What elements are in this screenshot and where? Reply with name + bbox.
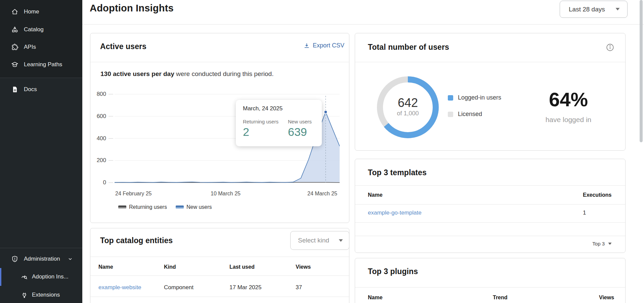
download-icon (303, 42, 310, 49)
caret-down-icon (339, 239, 343, 242)
table-divider (90, 275, 349, 276)
sidebar-item-learning-paths[interactable]: Learning Paths (0, 57, 82, 72)
card-title: Top catalog entities (100, 236, 173, 245)
select-kind-dropdown[interactable]: Select kind (290, 231, 349, 250)
card-title: Top 3 plugins (368, 267, 418, 276)
sidebar-item-extensions[interactable]: Extensions (0, 288, 82, 302)
sidebar-item-docs[interactable]: Docs (0, 82, 82, 97)
chart-legend: Returning users New users (118, 204, 212, 210)
top-catalog-entities-card: Top catalog entities Select kind Name Ki… (90, 228, 349, 303)
x-tick-start: 24 February 25 (115, 191, 152, 197)
home-icon (11, 8, 18, 15)
rows-per-page-label: Top 3 (592, 241, 605, 247)
legend-label: Licensed (458, 111, 482, 118)
date-range-select[interactable]: Last 28 days (560, 1, 628, 18)
licensed-swatch (448, 112, 453, 117)
card-header-divider (90, 257, 349, 257)
sidebar-item-adoption-insights[interactable]: Adoption Ins... (0, 269, 82, 284)
sidebar-divider (0, 78, 82, 78)
card-header-divider (355, 185, 625, 186)
logged-in-percent: 64% (524, 88, 613, 111)
legend-label: Returning users (129, 204, 167, 210)
card-title: Top 3 templates (368, 168, 427, 177)
insights-chart-icon (21, 273, 28, 280)
rows-per-page-selector[interactable]: Top 3 (592, 241, 612, 247)
col-header-executions: Executions (583, 192, 611, 198)
sidebar-item-label: Home (24, 8, 39, 15)
info-icon[interactable] (606, 43, 614, 52)
y-tick-label: 0 (92, 179, 106, 186)
sidebar-item-label: Learning Paths (24, 61, 62, 68)
table-divider (90, 297, 349, 297)
header-divider (82, 24, 644, 25)
entity-last-used: 17 Mar 2025 (229, 284, 261, 291)
x-tick-middle: 10 March 25 (211, 191, 241, 197)
new-users-swatch (176, 205, 184, 209)
scrollbar-thumb[interactable] (640, 0, 643, 142)
summary-metric: 130 active users per day (100, 70, 174, 77)
legend-item-new: New users (176, 204, 212, 210)
sidebar-divider (0, 248, 82, 248)
tooltip-new-label: New users (288, 119, 312, 124)
sidebar-item-label: Administration (24, 256, 60, 262)
sidebar-item-label: APIs (24, 44, 36, 50)
y-tick-label: 400 (92, 135, 106, 142)
col-header-last-used: Last used (229, 264, 255, 270)
entity-views: 37 (296, 284, 302, 291)
document-icon (11, 86, 18, 93)
plug-icon (21, 292, 28, 299)
tooltip-returning-label: Returning users (243, 119, 278, 124)
graduation-cap-icon (11, 61, 18, 68)
card-title: Total number of users (368, 43, 449, 52)
donut-center-value: 642 (374, 96, 441, 110)
export-csv-button[interactable]: Export CSV (303, 42, 344, 49)
select-kind-placeholder: Select kind (298, 237, 329, 244)
entity-name-link[interactable]: example-website (98, 284, 141, 291)
sidebar-item-apis[interactable]: APIs (0, 40, 82, 54)
returning-users-swatch (118, 205, 126, 209)
sidebar-item-home[interactable]: Home (0, 4, 82, 19)
export-csv-label: Export CSV (313, 42, 344, 49)
donut-center-sub: of 1,000 (374, 110, 441, 117)
card-header-divider (355, 287, 625, 288)
tooltip-date: March, 24 2025 (243, 105, 283, 112)
chart-tooltip: March, 24 2025 Returning users New users… (236, 100, 322, 146)
y-tick-label: 800 (92, 91, 106, 98)
catalog-icon (11, 26, 18, 33)
legend-item-returning: Returning users (118, 204, 167, 210)
x-tick-end: 24 March 25 (307, 191, 337, 197)
col-header-trend: Trend (493, 295, 508, 301)
col-header-name: Name (368, 192, 383, 198)
entity-kind: Component (164, 284, 194, 291)
template-executions: 1 (583, 210, 586, 216)
legend-label: New users (186, 204, 212, 210)
tooltip-returning-value: 2 (243, 125, 249, 139)
sidebar-item-label: Catalog (24, 26, 44, 33)
puzzle-icon (11, 43, 18, 51)
pagination-divider (355, 236, 625, 236)
page-title: Adoption Insights (90, 3, 174, 14)
sidebar-item-label: Extensions (32, 292, 60, 298)
date-range-value: Last 28 days (569, 6, 605, 13)
adoption-insights-page: Home Catalog APIs Learning Paths (0, 0, 644, 303)
chart-summary: 130 active users per day were conducted … (100, 70, 273, 78)
caret-down-icon (608, 242, 612, 245)
y-tick-label: 200 (92, 157, 106, 164)
col-header-name: Name (98, 264, 113, 270)
sidebar-item-administration[interactable]: Administration (0, 252, 82, 266)
card-header-divider (355, 62, 625, 62)
top-plugins-card: Top 3 plugins Name Trend Views (355, 258, 626, 303)
logged-in-percent-caption: have logged in (524, 116, 613, 124)
col-header-views: Views (599, 295, 614, 301)
shield-icon (11, 255, 18, 263)
card-title: Active users (100, 42, 146, 51)
chevron-down-icon[interactable] (68, 256, 73, 262)
sidebar-item-catalog[interactable]: Catalog (0, 22, 82, 37)
col-header-views: Views (296, 264, 311, 270)
col-header-kind: Kind (164, 264, 176, 270)
table-divider (355, 222, 625, 223)
card-header-divider (90, 62, 349, 62)
logged-in-swatch (448, 95, 453, 101)
table-divider (355, 204, 625, 204)
template-name-link[interactable]: example-go-template (368, 210, 422, 216)
